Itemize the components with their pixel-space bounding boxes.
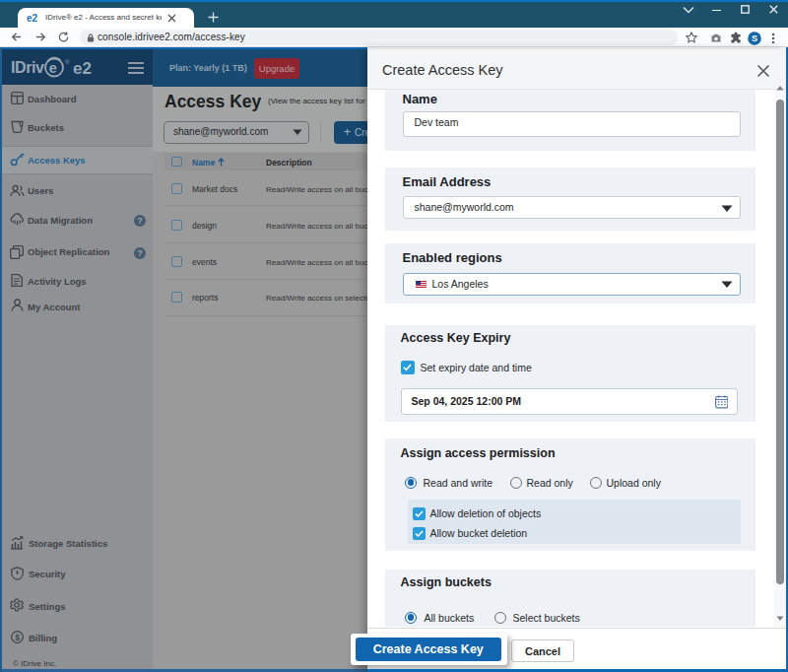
svg-text:IDriv: IDriv bbox=[11, 59, 44, 76]
svg-text:$: $ bbox=[15, 633, 20, 642]
svg-text:e: e bbox=[49, 60, 57, 76]
svg-text:®: ® bbox=[65, 59, 70, 65]
svg-text:e2: e2 bbox=[73, 59, 92, 78]
svg-text:S: S bbox=[752, 34, 757, 43]
